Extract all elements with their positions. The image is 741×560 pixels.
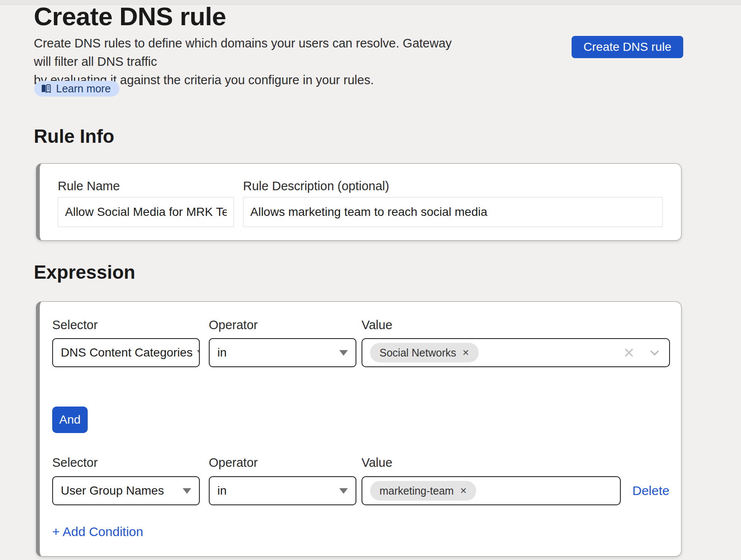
selector-dropdown-1-value: DNS Content Categories	[61, 346, 193, 360]
create-dns-rule-button[interactable]: Create DNS rule	[572, 36, 683, 58]
expression-card: Selector Operator Value DNS Content Cate…	[36, 301, 682, 557]
selector-label-2: Selector	[52, 456, 98, 470]
operator-dropdown-2-value: in	[217, 484, 227, 498]
value-chip: marketing-team ✕	[370, 481, 476, 501]
selector-label-1: Selector	[52, 318, 98, 332]
rule-description-input[interactable]	[243, 197, 663, 227]
caret-down-icon	[183, 488, 191, 494]
value-label-1: Value	[362, 318, 392, 332]
operator-dropdown-1-value: in	[217, 346, 227, 360]
expression-heading: Expression	[34, 262, 135, 283]
clear-selection-icon[interactable]: ✕	[623, 346, 635, 360]
selector-dropdown-1[interactable]: DNS Content Categories	[52, 338, 200, 367]
delete-condition-link[interactable]: Delete	[632, 483, 670, 498]
page-title: Create DNS rule	[34, 2, 226, 31]
rule-info-heading: Rule Info	[34, 126, 114, 147]
value-chip: Social Networks ✕	[370, 343, 479, 363]
selector-dropdown-2[interactable]: User Group Names	[52, 476, 200, 505]
learn-more-label: Learn more	[56, 83, 111, 95]
selector-dropdown-2-value: User Group Names	[61, 484, 164, 498]
operator-label-1: Operator	[209, 318, 258, 332]
rule-name-label: Rule Name	[58, 179, 120, 193]
book-icon	[41, 84, 51, 94]
value-chip-label: marketing-team	[379, 485, 454, 497]
rule-description-label: Rule Description (optional)	[243, 179, 389, 193]
chevron-down-icon[interactable]	[648, 346, 661, 360]
caret-down-icon	[339, 350, 348, 356]
learn-more-button[interactable]: Learn more	[34, 81, 119, 97]
value-multiselect-2[interactable]: marketing-team ✕	[362, 476, 621, 505]
value-multiselect-1[interactable]: Social Networks ✕ ✕	[362, 338, 670, 367]
operator-label-2: Operator	[209, 456, 258, 470]
add-condition-link[interactable]: + Add Condition	[52, 525, 143, 539]
page-description-line1: Create DNS rules to define which domains…	[34, 34, 462, 71]
chip-remove-icon[interactable]: ✕	[462, 348, 469, 357]
operator-dropdown-2[interactable]: in	[209, 476, 356, 505]
value-chip-label: Social Networks	[379, 347, 456, 359]
caret-down-icon	[339, 488, 348, 494]
value-label-2: Value	[362, 456, 392, 470]
rule-info-card: Rule Name Rule Description (optional)	[36, 163, 682, 241]
and-button[interactable]: And	[52, 407, 88, 433]
operator-dropdown-1[interactable]: in	[209, 338, 356, 367]
chip-remove-icon[interactable]: ✕	[460, 486, 467, 495]
rule-name-input[interactable]	[58, 197, 234, 227]
caret-down-icon	[197, 350, 200, 356]
